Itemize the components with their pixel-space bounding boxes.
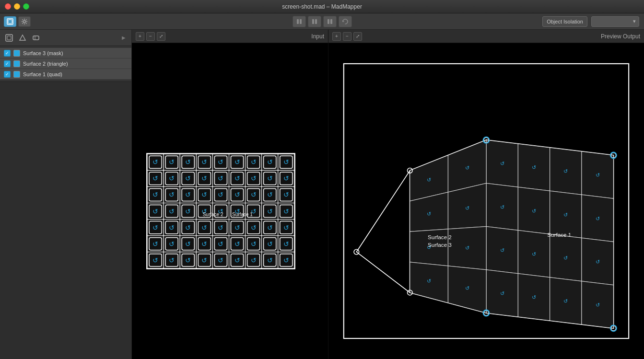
window-title: screen-shot.mad – MadMapper bbox=[282, 3, 362, 10]
svg-text:↺: ↺ bbox=[500, 247, 504, 253]
svg-rect-6 bbox=[315, 19, 317, 24]
content-area: + − ⤢ Input ↺↺↺↺↺↺↺↺↺↺↺↺↺↺↺↺↺↺↺↺↺↺↺↺↺↺↺↺… bbox=[132, 30, 644, 359]
svg-text:↺: ↺ bbox=[234, 240, 240, 248]
svg-text:↺: ↺ bbox=[185, 208, 191, 215]
output-remove-button[interactable]: − bbox=[343, 32, 351, 41]
maximize-button[interactable] bbox=[23, 3, 29, 10]
svg-text:↺: ↺ bbox=[169, 256, 175, 264]
toolbar: Object Isolation ▾ bbox=[0, 13, 644, 30]
mask-surface-button[interactable] bbox=[31, 33, 41, 43]
input-canvas[interactable]: ↺↺↺↺↺↺↺↺↺↺↺↺↺↺↺↺↺↺↺↺↺↺↺↺↺↺↺↺↺↺↺↺↺↺↺↺↺↺↺↺… bbox=[132, 43, 328, 359]
transport-pause1-button[interactable] bbox=[293, 16, 306, 27]
triangle-surface-button[interactable] bbox=[17, 33, 28, 43]
svg-text:↺: ↺ bbox=[234, 191, 240, 198]
svg-text:↺: ↺ bbox=[185, 174, 191, 182]
svg-text:↺: ↺ bbox=[152, 158, 158, 166]
settings-button[interactable] bbox=[18, 16, 31, 27]
svg-text:↺: ↺ bbox=[427, 278, 431, 284]
svg-text:↺: ↺ bbox=[465, 165, 469, 171]
svg-text:↺: ↺ bbox=[185, 224, 191, 232]
svg-text:↺: ↺ bbox=[283, 158, 289, 166]
svg-text:↺: ↺ bbox=[218, 256, 223, 264]
svg-text:↺: ↺ bbox=[218, 224, 223, 232]
svg-rect-7 bbox=[328, 19, 329, 24]
output-expand-button[interactable]: ⤢ bbox=[353, 32, 362, 41]
svg-text:↺: ↺ bbox=[169, 191, 175, 198]
output-add-button[interactable]: + bbox=[332, 32, 341, 41]
toolbar-right: Object Isolation ▾ bbox=[542, 16, 639, 27]
object-isolation-button[interactable]: Object Isolation bbox=[542, 16, 587, 27]
svg-text:↺: ↺ bbox=[465, 245, 469, 251]
svg-text:↺: ↺ bbox=[234, 256, 240, 264]
svg-text:↺: ↺ bbox=[283, 224, 289, 232]
svg-text:↺: ↺ bbox=[500, 290, 504, 296]
transport-record-button[interactable] bbox=[323, 16, 337, 27]
surface-3-name: Surface 3 (mask) bbox=[23, 50, 63, 56]
svg-text:↺: ↺ bbox=[267, 191, 273, 198]
surface-2-color bbox=[13, 60, 20, 67]
svg-text:↺: ↺ bbox=[234, 158, 240, 166]
surface-1-checkbox[interactable] bbox=[4, 71, 11, 78]
svg-text:↺: ↺ bbox=[283, 208, 289, 215]
svg-text:↺: ↺ bbox=[201, 158, 207, 166]
svg-text:↺: ↺ bbox=[185, 158, 191, 166]
surface-2-checkbox[interactable] bbox=[4, 60, 11, 67]
surface-3-checkbox[interactable] bbox=[4, 50, 11, 57]
svg-text:↺: ↺ bbox=[283, 191, 289, 198]
svg-text:↺: ↺ bbox=[267, 256, 273, 264]
svg-text:Surface 3: Surface 3 bbox=[428, 242, 452, 248]
titlebar: screen-shot.mad – MadMapper bbox=[0, 0, 644, 13]
chevron-down-icon: ▾ bbox=[633, 18, 636, 24]
svg-text:↺: ↺ bbox=[218, 191, 223, 198]
surface-item-2[interactable]: Surface 2 (triangle) bbox=[0, 58, 131, 69]
add-surface-button[interactable] bbox=[4, 33, 14, 43]
svg-text:Surface 2: Surface 2 bbox=[203, 212, 223, 217]
svg-rect-4 bbox=[300, 19, 302, 24]
svg-text:↺: ↺ bbox=[169, 224, 175, 232]
traffic-lights bbox=[5, 3, 29, 10]
svg-text:↺: ↺ bbox=[251, 158, 257, 166]
output-canvas[interactable]: ↺↺↺↺↺↺↺↺↺↺↺↺↺↺↺↺↺↺↺↺↺↺↺↺Surface 2Surface… bbox=[328, 43, 644, 359]
svg-text:↺: ↺ bbox=[427, 177, 431, 183]
close-button[interactable] bbox=[5, 3, 11, 10]
svg-rect-5 bbox=[312, 19, 314, 24]
transport-refresh-button[interactable] bbox=[339, 16, 352, 27]
input-expand-button[interactable]: ⤢ bbox=[157, 32, 165, 41]
select-tool-button[interactable] bbox=[4, 16, 16, 27]
svg-text:↺: ↺ bbox=[251, 240, 257, 248]
svg-line-257 bbox=[356, 171, 410, 252]
svg-text:↺: ↺ bbox=[465, 205, 469, 211]
minimize-button[interactable] bbox=[14, 3, 20, 10]
sidebar-expand-button[interactable]: ▶ bbox=[120, 34, 128, 42]
surface-item-3[interactable]: Surface 3 (mask) bbox=[0, 48, 131, 58]
svg-text:↺: ↺ bbox=[185, 256, 191, 264]
svg-text:↺: ↺ bbox=[465, 285, 469, 291]
transport-controls bbox=[293, 16, 352, 27]
output-header: + − ⤢ Preview Output bbox=[328, 30, 644, 43]
svg-text:↺: ↺ bbox=[169, 158, 175, 166]
svg-text:↺: ↺ bbox=[500, 204, 504, 210]
output-panel: + − ⤢ Preview Output ↺↺↺↺↺↺↺↺↺↺↺↺↺↺↺↺↺↺↺… bbox=[328, 30, 644, 359]
input-add-button[interactable]: + bbox=[136, 32, 144, 41]
surface-item-1[interactable]: Surface 1 (quad) bbox=[0, 69, 131, 80]
svg-text:↺: ↺ bbox=[169, 174, 175, 182]
surface-list: Surface 3 (mask) Surface 2 (triangle) Su… bbox=[0, 46, 131, 81]
svg-rect-9 bbox=[6, 35, 12, 41]
svg-text:↺: ↺ bbox=[152, 224, 158, 232]
svg-text:↺: ↺ bbox=[152, 240, 158, 248]
svg-text:↺: ↺ bbox=[596, 216, 600, 221]
svg-text:↺: ↺ bbox=[152, 191, 158, 198]
output-header-controls: + − ⤢ bbox=[332, 32, 362, 41]
svg-rect-8 bbox=[330, 19, 332, 24]
svg-text:↺: ↺ bbox=[563, 168, 568, 174]
svg-text:Surface 1: Surface 1 bbox=[232, 212, 253, 217]
svg-rect-3 bbox=[297, 19, 299, 24]
isolation-dropdown[interactable]: ▾ bbox=[591, 16, 639, 27]
svg-text:↺: ↺ bbox=[201, 174, 207, 182]
svg-text:↺: ↺ bbox=[201, 256, 207, 264]
svg-text:↺: ↺ bbox=[563, 298, 568, 304]
svg-text:↺: ↺ bbox=[152, 174, 158, 182]
input-header: + − ⤢ Input bbox=[132, 30, 328, 43]
transport-stop-button[interactable] bbox=[308, 16, 321, 27]
input-remove-button[interactable]: − bbox=[146, 32, 155, 41]
